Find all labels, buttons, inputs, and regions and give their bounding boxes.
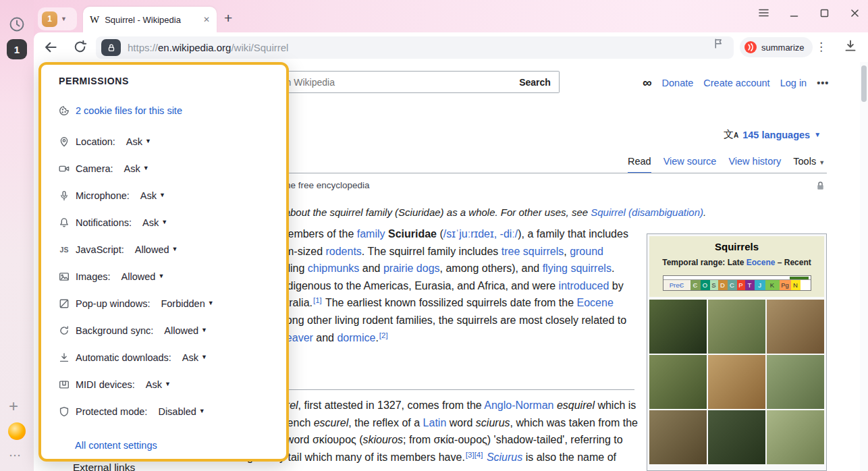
squirrel-photo-1[interactable] bbox=[649, 300, 707, 354]
squirrel-photo-2[interactable] bbox=[708, 300, 765, 354]
squirrel-photo-grid bbox=[649, 300, 824, 464]
kebab-menu-icon[interactable]: ⋮ bbox=[815, 40, 827, 54]
wiki-link[interactable]: rodents bbox=[325, 246, 361, 257]
wiki-link[interactable]: Squirrel (disambiguation) bbox=[591, 206, 703, 218]
permission-row-javascript: JSJavaScript:Allowed▼ bbox=[59, 242, 277, 258]
squirrel-photo-3[interactable] bbox=[767, 300, 824, 354]
permission-row-microphone: Microphone:Ask▼ bbox=[59, 188, 277, 204]
text-segment: . bbox=[703, 206, 706, 218]
more-options-icon[interactable]: ••• bbox=[817, 78, 829, 88]
wiki-link[interactable]: prairie dogs bbox=[383, 262, 440, 274]
shield-dropdown[interactable]: Disabled▼ bbox=[158, 406, 205, 417]
popup-dropdown[interactable]: Forbidden▼ bbox=[161, 298, 213, 309]
squirrel-photo-6[interactable] bbox=[767, 355, 824, 409]
search-button[interactable]: Search bbox=[511, 71, 560, 93]
notifications-dropdown[interactable]: Ask▼ bbox=[142, 217, 167, 228]
timeline-range-track bbox=[663, 276, 811, 280]
timeline-segment-N: N bbox=[791, 280, 801, 290]
address-bar[interactable]: https://en.wikipedia.org/wiki/Squirrel bbox=[96, 36, 734, 59]
reload-button[interactable] bbox=[73, 40, 87, 57]
header-link-create-account[interactable]: Create account bbox=[703, 78, 769, 88]
timeline-segment-S: S bbox=[710, 280, 718, 290]
text-segment: ( bbox=[437, 228, 443, 240]
squirrel-photo-8[interactable] bbox=[708, 410, 765, 464]
article-tab-view-source[interactable]: View source bbox=[663, 156, 717, 172]
page-protection-lock-icon[interactable] bbox=[815, 181, 825, 194]
scrollbar-thumb[interactable] bbox=[861, 65, 867, 102]
timeline-segment-O: O bbox=[701, 280, 710, 290]
wiki-link[interactable]: Anglo-Norman bbox=[484, 399, 553, 411]
minimize-button[interactable] bbox=[788, 7, 800, 19]
midi-dropdown[interactable]: Ask▼ bbox=[146, 379, 171, 390]
article-tab-view-history[interactable]: View history bbox=[728, 156, 781, 172]
download-icon[interactable] bbox=[844, 39, 857, 55]
wiki-link[interactable]: family bbox=[357, 228, 385, 240]
squirrel-photo-9[interactable] bbox=[767, 410, 824, 464]
infinity-icon[interactable]: ∞ bbox=[643, 76, 652, 90]
site-lock-icon[interactable] bbox=[101, 39, 121, 56]
ref-link[interactable]: [3][4] bbox=[466, 451, 483, 459]
wiki-link[interactable]: chipmunks bbox=[308, 262, 359, 274]
wiki-link[interactable]: Sciurus bbox=[487, 451, 522, 463]
sync-dropdown[interactable]: Allowed▼ bbox=[164, 325, 207, 336]
summarize-button[interactable]: summarize bbox=[740, 37, 813, 57]
close-tab-icon[interactable]: ✕ bbox=[203, 15, 210, 24]
close-window-button[interactable] bbox=[848, 7, 861, 19]
bookmark-flag-icon[interactable] bbox=[713, 38, 724, 52]
sidebar-tab-badge[interactable]: 1 bbox=[7, 39, 27, 59]
languages-selector[interactable]: 文A 145 languages ▼ bbox=[724, 128, 821, 141]
microphone-dropdown[interactable]: Ask▼ bbox=[140, 190, 165, 201]
squirrel-photo-7[interactable] bbox=[649, 410, 707, 464]
ref-link[interactable]: [2] bbox=[379, 331, 388, 339]
squirrel-photo-4[interactable] bbox=[649, 355, 707, 409]
camera-dropdown[interactable]: Ask▼ bbox=[124, 163, 149, 174]
location-dropdown[interactable]: Ask▼ bbox=[126, 136, 151, 147]
text-segment: Temporal range: Late bbox=[662, 258, 746, 267]
permission-row-camera: Camera:Ask▼ bbox=[59, 161, 277, 177]
back-button[interactable] bbox=[43, 40, 58, 57]
images-dropdown[interactable]: Allowed▼ bbox=[121, 271, 165, 282]
header-link-donate[interactable]: Donate bbox=[662, 78, 694, 88]
timeline-bar: PreЄЄOSDCPTJKPgN bbox=[663, 280, 811, 290]
ref-link[interactable]: [1] bbox=[313, 296, 322, 304]
sidebar-add-icon[interactable]: + bbox=[9, 397, 18, 416]
panel-menu-icon[interactable] bbox=[757, 7, 769, 19]
article-tab-read[interactable]: Read bbox=[628, 156, 651, 173]
notifications-icon bbox=[59, 217, 70, 228]
wiki-link[interactable]: Latin bbox=[423, 417, 447, 428]
text-segment: – Recent bbox=[775, 258, 811, 267]
downloads-dropdown[interactable]: Ask▼ bbox=[182, 352, 207, 363]
wiki-link[interactable]: dormice bbox=[337, 332, 375, 343]
javascript-dropdown[interactable]: Allowed▼ bbox=[135, 244, 178, 255]
wiki-link[interactable]: introduced bbox=[559, 280, 609, 292]
squirrel-photo-5[interactable] bbox=[708, 355, 765, 409]
wiki-link[interactable]: flying squirrels bbox=[543, 262, 612, 274]
permissions-popup: PERMISSIONS 2 cookie files for this site… bbox=[38, 62, 289, 462]
cookies-row: 2 cookie files for this site bbox=[59, 105, 182, 116]
wiki-link[interactable]: Eocene bbox=[577, 297, 614, 308]
midi-icon bbox=[59, 379, 70, 390]
wiki-link[interactable]: ground bbox=[570, 246, 603, 257]
text-segment: . bbox=[612, 262, 614, 274]
cookies-link[interactable]: 2 cookie files for this site bbox=[76, 105, 182, 116]
text-segment: which is bbox=[595, 399, 636, 411]
new-tab-button[interactable]: + bbox=[224, 10, 232, 26]
temporal-range: Temporal range: Late Eocene – Recent bbox=[652, 258, 821, 267]
wiki-link[interactable]: tree squirrels bbox=[501, 246, 564, 257]
shield-icon bbox=[59, 406, 70, 417]
maximize-button[interactable] bbox=[818, 7, 830, 19]
all-content-settings-link[interactable]: All content settings bbox=[75, 440, 157, 451]
article-tab-tools[interactable]: Tools▼ bbox=[793, 156, 825, 172]
timeline-segment-PreЄ[interactable]: PreЄ bbox=[663, 280, 690, 290]
history-clock-icon[interactable] bbox=[9, 16, 25, 32]
header-link-log-in[interactable]: Log in bbox=[780, 78, 807, 88]
yandex-logo-icon[interactable] bbox=[8, 422, 26, 440]
browser-tab-active[interactable]: W Squirrel - Wikipedia ✕ bbox=[83, 7, 217, 32]
toc-item-external-links[interactable]: External links bbox=[73, 462, 135, 471]
wiki-link[interactable]: /sɪˈjuːrɪdeɪ, -diː/ bbox=[443, 228, 518, 240]
wiki-link[interactable]: Eocene bbox=[747, 258, 776, 267]
scrollbar-track bbox=[860, 62, 868, 471]
sidebar-more-icon[interactable]: ⋯ bbox=[9, 448, 21, 463]
tab-list-button[interactable]: 1 ▼ bbox=[38, 7, 77, 30]
permission-label: Pop-up windows: bbox=[76, 298, 150, 309]
